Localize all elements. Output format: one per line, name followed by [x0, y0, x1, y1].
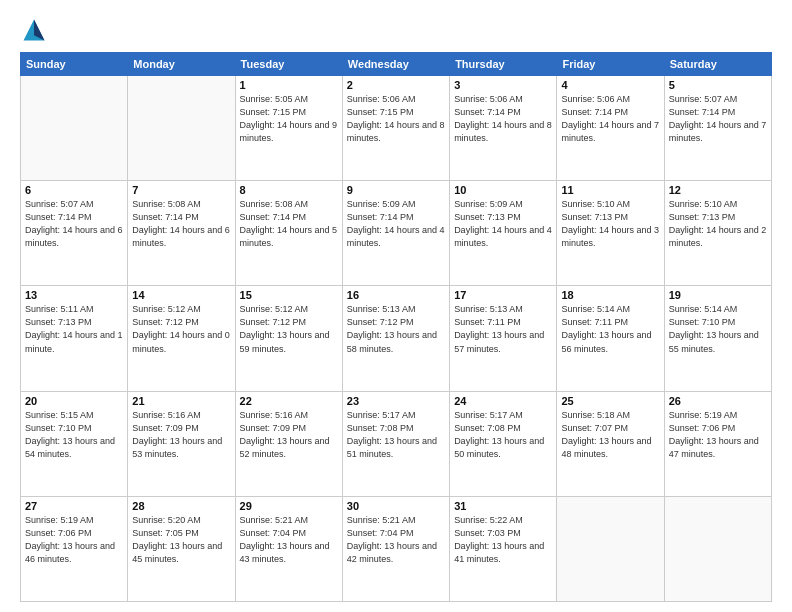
cell-info: Sunrise: 5:16 AM Sunset: 7:09 PM Dayligh… [132, 409, 230, 461]
calendar-cell: 20Sunrise: 5:15 AM Sunset: 7:10 PM Dayli… [21, 391, 128, 496]
day-number: 19 [669, 289, 767, 301]
week-row-4: 27Sunrise: 5:19 AM Sunset: 7:06 PM Dayli… [21, 496, 772, 601]
cell-info: Sunrise: 5:10 AM Sunset: 7:13 PM Dayligh… [669, 198, 767, 250]
calendar-cell: 3Sunrise: 5:06 AM Sunset: 7:14 PM Daylig… [450, 76, 557, 181]
calendar-cell: 17Sunrise: 5:13 AM Sunset: 7:11 PM Dayli… [450, 286, 557, 391]
calendar-table: SundayMondayTuesdayWednesdayThursdayFrid… [20, 52, 772, 602]
calendar-cell: 26Sunrise: 5:19 AM Sunset: 7:06 PM Dayli… [664, 391, 771, 496]
calendar-cell: 16Sunrise: 5:13 AM Sunset: 7:12 PM Dayli… [342, 286, 449, 391]
calendar-cell: 18Sunrise: 5:14 AM Sunset: 7:11 PM Dayli… [557, 286, 664, 391]
calendar-cell: 13Sunrise: 5:11 AM Sunset: 7:13 PM Dayli… [21, 286, 128, 391]
day-number: 31 [454, 500, 552, 512]
cell-info: Sunrise: 5:11 AM Sunset: 7:13 PM Dayligh… [25, 303, 123, 355]
logo-icon [20, 16, 48, 44]
day-number: 9 [347, 184, 445, 196]
day-number: 26 [669, 395, 767, 407]
day-number: 17 [454, 289, 552, 301]
day-number: 27 [25, 500, 123, 512]
cell-info: Sunrise: 5:21 AM Sunset: 7:04 PM Dayligh… [347, 514, 445, 566]
day-number: 3 [454, 79, 552, 91]
day-number: 16 [347, 289, 445, 301]
day-number: 18 [561, 289, 659, 301]
weekday-sunday: Sunday [21, 53, 128, 76]
week-row-2: 13Sunrise: 5:11 AM Sunset: 7:13 PM Dayli… [21, 286, 772, 391]
week-row-1: 6Sunrise: 5:07 AM Sunset: 7:14 PM Daylig… [21, 181, 772, 286]
day-number: 25 [561, 395, 659, 407]
day-number: 24 [454, 395, 552, 407]
cell-info: Sunrise: 5:21 AM Sunset: 7:04 PM Dayligh… [240, 514, 338, 566]
calendar-cell [664, 496, 771, 601]
cell-info: Sunrise: 5:09 AM Sunset: 7:13 PM Dayligh… [454, 198, 552, 250]
day-number: 28 [132, 500, 230, 512]
cell-info: Sunrise: 5:06 AM Sunset: 7:14 PM Dayligh… [561, 93, 659, 145]
weekday-saturday: Saturday [664, 53, 771, 76]
calendar-cell: 22Sunrise: 5:16 AM Sunset: 7:09 PM Dayli… [235, 391, 342, 496]
day-number: 22 [240, 395, 338, 407]
day-number: 4 [561, 79, 659, 91]
cell-info: Sunrise: 5:08 AM Sunset: 7:14 PM Dayligh… [240, 198, 338, 250]
calendar-cell: 7Sunrise: 5:08 AM Sunset: 7:14 PM Daylig… [128, 181, 235, 286]
day-number: 14 [132, 289, 230, 301]
calendar-cell: 19Sunrise: 5:14 AM Sunset: 7:10 PM Dayli… [664, 286, 771, 391]
day-number: 21 [132, 395, 230, 407]
cell-info: Sunrise: 5:14 AM Sunset: 7:10 PM Dayligh… [669, 303, 767, 355]
weekday-wednesday: Wednesday [342, 53, 449, 76]
cell-info: Sunrise: 5:06 AM Sunset: 7:15 PM Dayligh… [347, 93, 445, 145]
cell-info: Sunrise: 5:10 AM Sunset: 7:13 PM Dayligh… [561, 198, 659, 250]
day-number: 8 [240, 184, 338, 196]
calendar-cell: 14Sunrise: 5:12 AM Sunset: 7:12 PM Dayli… [128, 286, 235, 391]
day-number: 23 [347, 395, 445, 407]
calendar-cell: 10Sunrise: 5:09 AM Sunset: 7:13 PM Dayli… [450, 181, 557, 286]
calendar-cell: 11Sunrise: 5:10 AM Sunset: 7:13 PM Dayli… [557, 181, 664, 286]
day-number: 1 [240, 79, 338, 91]
day-number: 29 [240, 500, 338, 512]
day-number: 11 [561, 184, 659, 196]
calendar-cell: 9Sunrise: 5:09 AM Sunset: 7:14 PM Daylig… [342, 181, 449, 286]
cell-info: Sunrise: 5:08 AM Sunset: 7:14 PM Dayligh… [132, 198, 230, 250]
cell-info: Sunrise: 5:20 AM Sunset: 7:05 PM Dayligh… [132, 514, 230, 566]
day-number: 2 [347, 79, 445, 91]
cell-info: Sunrise: 5:13 AM Sunset: 7:11 PM Dayligh… [454, 303, 552, 355]
cell-info: Sunrise: 5:17 AM Sunset: 7:08 PM Dayligh… [454, 409, 552, 461]
cell-info: Sunrise: 5:22 AM Sunset: 7:03 PM Dayligh… [454, 514, 552, 566]
cell-info: Sunrise: 5:18 AM Sunset: 7:07 PM Dayligh… [561, 409, 659, 461]
calendar-cell: 28Sunrise: 5:20 AM Sunset: 7:05 PM Dayli… [128, 496, 235, 601]
calendar-cell: 25Sunrise: 5:18 AM Sunset: 7:07 PM Dayli… [557, 391, 664, 496]
cell-info: Sunrise: 5:06 AM Sunset: 7:14 PM Dayligh… [454, 93, 552, 145]
cell-info: Sunrise: 5:12 AM Sunset: 7:12 PM Dayligh… [240, 303, 338, 355]
calendar-cell: 8Sunrise: 5:08 AM Sunset: 7:14 PM Daylig… [235, 181, 342, 286]
calendar-cell: 31Sunrise: 5:22 AM Sunset: 7:03 PM Dayli… [450, 496, 557, 601]
logo [20, 16, 52, 44]
weekday-tuesday: Tuesday [235, 53, 342, 76]
cell-info: Sunrise: 5:19 AM Sunset: 7:06 PM Dayligh… [25, 514, 123, 566]
day-number: 30 [347, 500, 445, 512]
cell-info: Sunrise: 5:05 AM Sunset: 7:15 PM Dayligh… [240, 93, 338, 145]
day-number: 10 [454, 184, 552, 196]
calendar-cell [557, 496, 664, 601]
weekday-friday: Friday [557, 53, 664, 76]
calendar-cell: 23Sunrise: 5:17 AM Sunset: 7:08 PM Dayli… [342, 391, 449, 496]
week-row-3: 20Sunrise: 5:15 AM Sunset: 7:10 PM Dayli… [21, 391, 772, 496]
calendar-cell: 12Sunrise: 5:10 AM Sunset: 7:13 PM Dayli… [664, 181, 771, 286]
calendar-cell: 1Sunrise: 5:05 AM Sunset: 7:15 PM Daylig… [235, 76, 342, 181]
calendar-cell: 4Sunrise: 5:06 AM Sunset: 7:14 PM Daylig… [557, 76, 664, 181]
day-number: 15 [240, 289, 338, 301]
weekday-thursday: Thursday [450, 53, 557, 76]
page: SundayMondayTuesdayWednesdayThursdayFrid… [0, 0, 792, 612]
day-number: 12 [669, 184, 767, 196]
calendar-cell: 2Sunrise: 5:06 AM Sunset: 7:15 PM Daylig… [342, 76, 449, 181]
calendar-cell: 6Sunrise: 5:07 AM Sunset: 7:14 PM Daylig… [21, 181, 128, 286]
cell-info: Sunrise: 5:16 AM Sunset: 7:09 PM Dayligh… [240, 409, 338, 461]
cell-info: Sunrise: 5:13 AM Sunset: 7:12 PM Dayligh… [347, 303, 445, 355]
day-number: 7 [132, 184, 230, 196]
calendar-cell: 15Sunrise: 5:12 AM Sunset: 7:12 PM Dayli… [235, 286, 342, 391]
cell-info: Sunrise: 5:15 AM Sunset: 7:10 PM Dayligh… [25, 409, 123, 461]
calendar-cell [21, 76, 128, 181]
weekday-monday: Monday [128, 53, 235, 76]
day-number: 5 [669, 79, 767, 91]
day-number: 13 [25, 289, 123, 301]
cell-info: Sunrise: 5:07 AM Sunset: 7:14 PM Dayligh… [25, 198, 123, 250]
calendar-cell: 27Sunrise: 5:19 AM Sunset: 7:06 PM Dayli… [21, 496, 128, 601]
calendar-cell: 29Sunrise: 5:21 AM Sunset: 7:04 PM Dayli… [235, 496, 342, 601]
day-number: 6 [25, 184, 123, 196]
